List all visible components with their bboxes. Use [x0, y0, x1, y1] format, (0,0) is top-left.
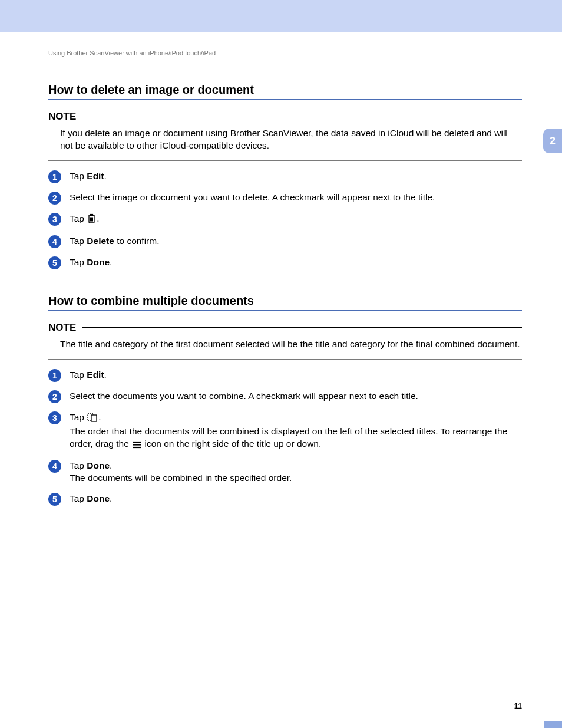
step-pre: Tap	[70, 493, 87, 503]
step-5: 5 Tap Done.	[48, 256, 522, 269]
step-pre: Tap	[70, 370, 87, 380]
note-label: NOTE	[48, 111, 82, 123]
step-post: .	[110, 460, 112, 470]
note-header: NOTE	[48, 111, 522, 123]
corner-accent	[544, 721, 562, 728]
page-number: 11	[514, 702, 522, 710]
step-post: .	[104, 171, 107, 181]
note-end-rule	[48, 359, 522, 360]
step-text: Select the image or document you want to…	[70, 192, 522, 204]
step-1: 1 Tap Edit.	[48, 170, 522, 183]
step-number: 1	[48, 170, 61, 183]
step-bold: Edit	[87, 171, 104, 181]
trash-icon	[87, 213, 96, 227]
step-pre: Tap	[70, 213, 87, 223]
step-text: Tap Done. The documents will be combined…	[70, 460, 522, 485]
step-3: 3 Tap . The order that the documents wil…	[48, 411, 522, 452]
svg-rect-5	[91, 214, 93, 216]
step-bold: Edit	[87, 370, 104, 380]
step-4: 4 Tap Done. The documents will be combin…	[48, 460, 522, 485]
section-title-delete: How to delete an image or document	[48, 83, 522, 100]
step-post: .	[110, 257, 112, 267]
step-number: 3	[48, 213, 61, 226]
step-post: to confirm.	[114, 236, 160, 246]
step-bold: Done	[87, 493, 110, 503]
steps-delete: 1 Tap Edit. 2 Select the image or docume…	[48, 170, 522, 269]
step-extra-post: icon on the right side of the title up o…	[142, 439, 321, 449]
step-number: 5	[48, 493, 61, 506]
step-post: .	[104, 370, 107, 380]
step-text: Tap Done.	[70, 493, 522, 505]
step-pre: Tap	[70, 460, 87, 470]
step-number: 1	[48, 369, 61, 382]
step-text: Select the documents you want to combine…	[70, 390, 522, 403]
note-label: NOTE	[48, 322, 82, 334]
chapter-tab: 2	[543, 129, 562, 153]
step-post: .	[110, 493, 112, 503]
step-5: 5 Tap Done.	[48, 493, 522, 506]
step-1: 1 Tap Edit.	[48, 369, 522, 382]
step-pre: Tap	[70, 412, 87, 422]
step-2: 2 Select the image or document you want …	[48, 192, 522, 205]
step-text: Tap Edit.	[70, 170, 522, 183]
svg-rect-7	[91, 415, 97, 421]
step-bold: Done	[87, 460, 110, 470]
step-text: Tap Done.	[70, 256, 522, 269]
step-number: 4	[48, 460, 61, 473]
step-pre: Tap	[70, 171, 87, 181]
step-text: Tap Delete to confirm.	[70, 235, 522, 248]
step-number: 2	[48, 390, 61, 403]
step-text: Tap Edit.	[70, 369, 522, 381]
steps-combine: 1 Tap Edit. 2 Select the documents you w…	[48, 369, 522, 506]
section-title-combine: How to combine multiple documents	[48, 294, 522, 311]
note-rule	[82, 327, 522, 328]
note-header: NOTE	[48, 322, 522, 334]
drag-icon	[132, 440, 141, 452]
step-3: 3 Tap .	[48, 213, 522, 227]
step-number: 3	[48, 411, 61, 424]
step-post: .	[97, 213, 99, 223]
combine-icon	[87, 413, 98, 426]
step-number: 4	[48, 235, 61, 248]
step-number: 2	[48, 192, 61, 205]
top-bar	[0, 0, 562, 32]
step-post: .	[98, 412, 101, 422]
step-number: 5	[48, 256, 61, 269]
step-extra: The documents will be combined in the sp…	[70, 473, 292, 483]
step-4: 4 Tap Delete to confirm.	[48, 235, 522, 248]
note-rule	[82, 117, 522, 117]
step-2: 2 Select the documents you want to combi…	[48, 390, 522, 403]
step-pre: Tap	[70, 236, 87, 246]
step-text: Tap . The order that the documents will …	[70, 411, 522, 452]
step-text: Tap .	[70, 213, 522, 227]
breadcrumb: Using Brother ScanViewer with an iPhone/…	[48, 50, 522, 57]
page-content: Using Brother ScanViewer with an iPhone/…	[0, 32, 562, 506]
step-pre: Tap	[70, 257, 87, 267]
step-bold: Delete	[87, 236, 114, 246]
note-body: If you delete an image or document using…	[60, 127, 522, 152]
step-bold: Done	[87, 257, 110, 267]
note-end-rule	[48, 160, 522, 161]
note-body: The title and category of the first docu…	[60, 338, 522, 351]
